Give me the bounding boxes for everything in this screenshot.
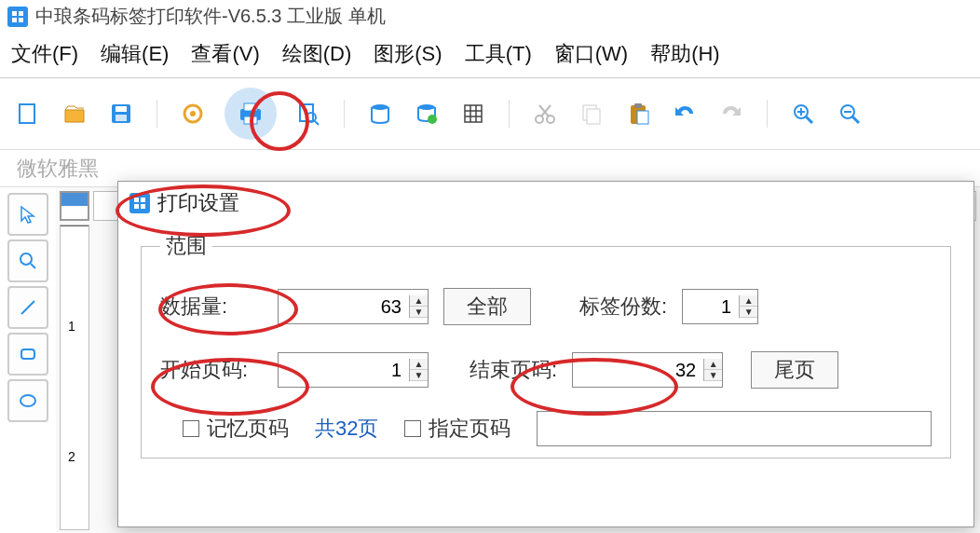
total-pages-text: 共32页: [315, 415, 378, 443]
open-button[interactable]: [60, 99, 89, 129]
end-page-field[interactable]: [573, 353, 703, 387]
menu-window[interactable]: 窗口(W): [554, 40, 628, 68]
svg-point-30: [20, 253, 32, 265]
spin-up-icon[interactable]: ▲: [740, 295, 757, 307]
menu-draw[interactable]: 绘图(D): [282, 40, 352, 68]
svg-rect-12: [244, 116, 257, 124]
svg-rect-0: [12, 11, 17, 16]
database-button[interactable]: [365, 99, 395, 129]
remember-page-checkbox[interactable]: 记忆页码: [183, 415, 289, 443]
zoom-tool[interactable]: [7, 239, 48, 282]
svg-rect-25: [637, 111, 648, 124]
checkbox-icon: [183, 420, 199, 437]
specify-page-checkbox[interactable]: 指定页码: [404, 415, 510, 443]
svg-rect-11: [244, 103, 257, 111]
svg-point-34: [20, 395, 35, 406]
svg-rect-37: [134, 204, 139, 209]
svg-rect-36: [141, 198, 145, 202]
settings-button[interactable]: [178, 99, 208, 129]
svg-point-16: [372, 104, 388, 110]
svg-rect-7: [116, 115, 127, 121]
last-page-button[interactable]: 尾页: [751, 351, 838, 389]
database-refresh-button[interactable]: [412, 99, 442, 129]
app-icon: [7, 7, 28, 27]
data-quantity-label: 数据量:: [160, 293, 263, 321]
copies-input[interactable]: ▲▼: [682, 289, 758, 324]
svg-rect-38: [141, 204, 145, 209]
new-button[interactable]: [13, 99, 43, 129]
svg-rect-22: [587, 109, 600, 124]
preview-button[interactable]: [293, 99, 323, 129]
svg-line-27: [806, 116, 812, 123]
end-page-label: 结束页码:: [470, 356, 557, 384]
line-tool[interactable]: [7, 286, 48, 329]
checkbox-icon: [404, 420, 421, 437]
dialog-title-text: 打印设置: [157, 189, 239, 217]
specify-page-label: 指定页码: [429, 415, 510, 443]
start-page-field[interactable]: [279, 353, 409, 387]
save-button[interactable]: [106, 99, 136, 129]
grid-button[interactable]: [458, 99, 488, 129]
data-quantity-input[interactable]: ▲▼: [278, 289, 429, 324]
svg-rect-4: [20, 104, 34, 123]
svg-rect-33: [21, 349, 34, 359]
specify-page-input[interactable]: [537, 411, 932, 446]
ruler-corner[interactable]: [60, 191, 89, 221]
svg-rect-35: [134, 198, 139, 202]
app-title: 中琅条码标签打印软件-V6.5.3 工业版 单机: [35, 4, 386, 29]
start-page-input[interactable]: ▲▼: [278, 352, 429, 388]
svg-line-31: [31, 264, 35, 268]
paste-button[interactable]: [623, 99, 653, 129]
spin-up-icon[interactable]: ▲: [410, 295, 428, 307]
spin-down-icon[interactable]: ▼: [740, 307, 757, 318]
toolbar: [0, 78, 980, 150]
spin-down-icon[interactable]: ▼: [704, 370, 722, 381]
start-page-label: 开始页码:: [160, 356, 263, 384]
vertical-ruler: 1 2: [60, 225, 89, 530]
pointer-tool[interactable]: [7, 193, 48, 236]
svg-rect-3: [19, 18, 23, 22]
all-button[interactable]: 全部: [443, 288, 531, 325]
svg-rect-6: [116, 106, 127, 112]
print-settings-dialog: 打印设置 范围 数据量: ▲▼ 全部 标签份数: ▲▼ 开始页码:: [117, 181, 974, 527]
svg-rect-2: [12, 18, 17, 22]
data-quantity-field[interactable]: [279, 290, 409, 323]
range-fieldset-label: 范围: [160, 232, 212, 260]
ellipse-tool[interactable]: [7, 379, 48, 422]
end-page-input[interactable]: ▲▼: [572, 352, 723, 388]
ruler-tick-1: 1: [64, 319, 79, 334]
font-name-select[interactable]: 微软雅黑: [11, 153, 136, 184]
zoom-in-button[interactable]: [788, 99, 818, 129]
ruler-tick-2: 2: [64, 449, 79, 464]
undo-button[interactable]: [670, 99, 700, 129]
menu-shape[interactable]: 图形(S): [374, 40, 442, 68]
tool-sidebar: [0, 187, 56, 533]
redo-button[interactable]: [716, 99, 746, 129]
zoom-out-button[interactable]: [835, 99, 864, 129]
svg-point-18: [428, 115, 437, 124]
cut-button[interactable]: [530, 99, 560, 129]
menubar: 文件(F) 编辑(E) 查看(V) 绘图(D) 图形(S) 工具(T) 窗口(W…: [0, 33, 980, 78]
spin-down-icon[interactable]: ▼: [410, 370, 428, 381]
svg-line-15: [315, 121, 319, 125]
menu-tool[interactable]: 工具(T): [465, 40, 532, 68]
copy-button[interactable]: [577, 99, 606, 129]
svg-rect-24: [634, 103, 642, 108]
svg-line-29: [852, 116, 859, 123]
menu-help[interactable]: 帮助(H): [650, 40, 720, 68]
print-button[interactable]: [225, 88, 277, 140]
menu-view[interactable]: 查看(V): [191, 40, 259, 68]
spin-up-icon[interactable]: ▲: [704, 359, 722, 370]
copies-label: 标签份数:: [579, 293, 667, 321]
spin-up-icon[interactable]: ▲: [410, 359, 428, 370]
rect-tool[interactable]: [7, 333, 48, 376]
spin-down-icon[interactable]: ▼: [410, 307, 428, 318]
remember-page-label: 记忆页码: [207, 415, 289, 443]
menu-edit[interactable]: 编辑(E): [101, 40, 169, 68]
menu-file[interactable]: 文件(F): [11, 40, 78, 68]
svg-rect-1: [19, 11, 23, 16]
copies-field[interactable]: [683, 290, 739, 323]
svg-point-9: [190, 111, 196, 116]
svg-point-17: [418, 104, 435, 110]
dialog-icon: [129, 193, 150, 213]
